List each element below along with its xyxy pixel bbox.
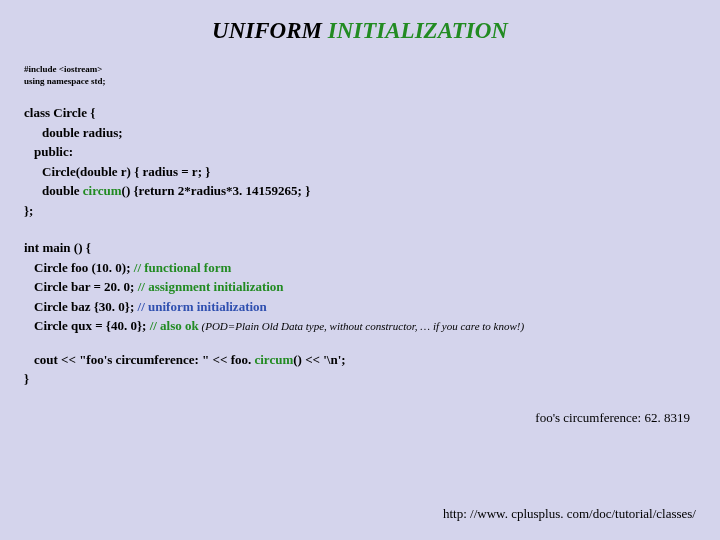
- comment: // uniform initialization: [138, 299, 267, 314]
- include-line: #include <iostream>: [24, 64, 696, 76]
- program-output: foo's circumference: 62. 8319: [535, 410, 690, 426]
- title-part1: UNIFORM: [212, 18, 328, 43]
- code-text: Circle bar = 20. 0;: [34, 279, 138, 294]
- code-line: double radius;: [24, 123, 123, 143]
- includes-block: #include <iostream> using namespace std;: [24, 64, 696, 87]
- code-line: Circle(double r) { radius = r; }: [24, 162, 210, 182]
- comment: // functional form: [134, 260, 232, 275]
- using-line: using namespace std;: [24, 76, 696, 88]
- code-line: };: [24, 201, 696, 221]
- note-text: (POD=Plain Old Data type, without constr…: [199, 320, 524, 332]
- code-text: Circle foo (10. 0);: [34, 260, 134, 275]
- method-name: circum: [254, 352, 293, 367]
- code-line: public:: [24, 142, 73, 162]
- comment: // assignment initialization: [138, 279, 284, 294]
- source-url: http: //www. cplusplus. com/doc/tutorial…: [443, 506, 696, 522]
- title-part2: INITIALIZATION: [328, 18, 508, 43]
- code-line: class Circle {: [24, 103, 696, 123]
- code-text: () << '\n';: [293, 352, 345, 367]
- code-text: cout << "foo's circumference: " << foo.: [34, 352, 254, 367]
- method-name: circum: [83, 183, 122, 198]
- code-line: int main () {: [24, 238, 696, 258]
- code-text: double: [42, 183, 83, 198]
- code-text: Circle baz {30. 0};: [34, 299, 138, 314]
- class-definition: class Circle { double radius; public: Ci…: [24, 103, 696, 220]
- code-text: () {return 2*radius*3. 14159265; }: [122, 183, 311, 198]
- comment: // also ok: [150, 318, 199, 333]
- code-text: Circle qux = {40. 0};: [34, 318, 150, 333]
- main-function: int main () { Circle foo (10. 0); // fun…: [24, 238, 696, 389]
- slide-title: UNIFORM INITIALIZATION: [24, 18, 696, 44]
- code-line: }: [24, 369, 696, 389]
